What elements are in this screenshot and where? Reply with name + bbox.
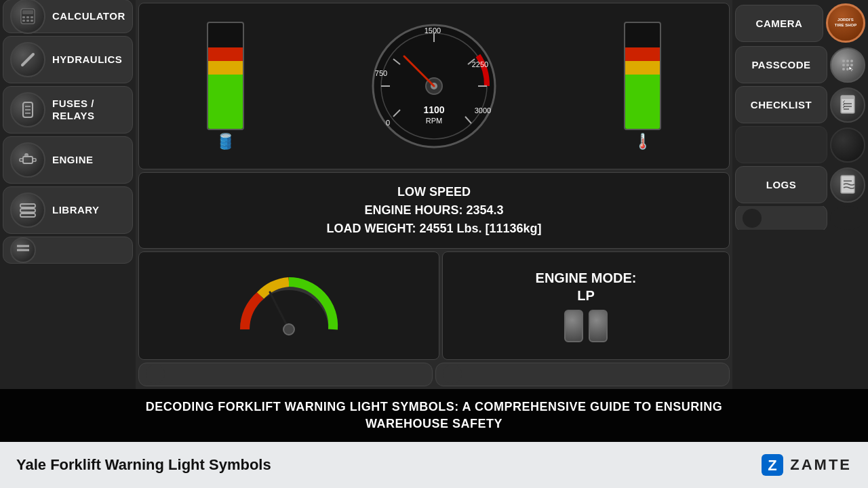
jordi-logo: JORDI'S TIRE SHOP bbox=[826, 3, 865, 43]
library-label: LIBRARY bbox=[52, 204, 100, 216]
engine-icon bbox=[10, 142, 45, 178]
right-partial-row bbox=[735, 206, 865, 230]
svg-text:2250: 2250 bbox=[472, 60, 488, 68]
partial-center-icon bbox=[146, 365, 165, 384]
camera-row: CAMERA JORDI'S TIRE SHOP bbox=[735, 3, 865, 43]
engine-mode-label: ENGINE MODE: LP bbox=[536, 269, 637, 304]
zamte-logo-icon: Z bbox=[760, 453, 785, 477]
hydraulics-label: HYDRAULICS bbox=[52, 54, 122, 66]
hydraulics-button[interactable]: HYDRAULICS bbox=[3, 36, 133, 83]
partial-right-btn[interactable] bbox=[735, 206, 827, 230]
svg-point-45 bbox=[846, 60, 849, 62]
svg-text:750: 750 bbox=[375, 69, 387, 77]
center-panel: 🛢️ 0 bbox=[136, 0, 732, 389]
svg-point-47 bbox=[842, 64, 845, 66]
logs-icon bbox=[830, 167, 865, 203]
engine-button[interactable]: ENGINE bbox=[3, 136, 133, 184]
partial-center-btn2[interactable] bbox=[435, 363, 730, 386]
main-container: CALCULATOR HYDRAULICS bbox=[0, 0, 868, 488]
svg-text:3000: 3000 bbox=[475, 106, 491, 115]
engine-hours-line: ENGINE HOURS: 2354.3 bbox=[364, 201, 503, 220]
logs-row: LOGS bbox=[735, 166, 865, 203]
partial-left-icon bbox=[10, 237, 36, 263]
fuel-gauge-svg bbox=[235, 272, 343, 340]
svg-text:0: 0 bbox=[386, 119, 390, 127]
svg-rect-2 bbox=[22, 16, 25, 18]
library-button[interactable]: LIBRARY bbox=[3, 186, 133, 234]
svg-point-46 bbox=[850, 60, 853, 62]
calculator-icon bbox=[10, 0, 45, 34]
speed-label: LOW SPEED bbox=[397, 183, 471, 201]
svg-point-51 bbox=[846, 68, 849, 70]
cursor-icon bbox=[830, 47, 865, 83]
svg-rect-4 bbox=[31, 16, 33, 18]
fuses-relays-icon bbox=[10, 92, 45, 127]
svg-rect-18 bbox=[20, 204, 35, 207]
partial-right-icon2 bbox=[830, 206, 865, 230]
svg-text:Z: Z bbox=[768, 457, 777, 474]
calculator-label: CALCULATOR bbox=[52, 10, 125, 22]
svg-point-48 bbox=[846, 64, 849, 66]
checklist-label: CHECKLIST bbox=[743, 99, 820, 110]
svg-rect-20 bbox=[20, 214, 35, 217]
logs-button[interactable]: LOGS bbox=[735, 166, 827, 203]
svg-text:1100: 1100 bbox=[423, 104, 444, 115]
center-bottom: ENGINE MODE: LP bbox=[138, 251, 730, 360]
bar-red-right bbox=[625, 47, 660, 61]
svg-rect-19 bbox=[20, 209, 35, 212]
fuses-relays-button[interactable]: FUSES / RELAYS bbox=[3, 86, 133, 134]
passcode-button[interactable]: PASSCODE bbox=[735, 46, 827, 83]
zamte-brand-text: ZAMTE bbox=[790, 456, 852, 474]
svg-point-49 bbox=[850, 64, 853, 66]
svg-rect-1 bbox=[22, 10, 33, 14]
empty-icon bbox=[830, 127, 865, 163]
fuses-relays-label: FUSES / RELAYS bbox=[52, 98, 94, 122]
svg-rect-54 bbox=[841, 96, 854, 99]
oil-icon: 🛢️ bbox=[216, 133, 235, 150]
bar-green-low bbox=[208, 75, 243, 88]
banner-line1: DECODING FORKLIFT WARNING LIGHT SYMBOLS:… bbox=[14, 399, 854, 415]
checklist-button[interactable]: CHECKLIST bbox=[735, 86, 827, 123]
svg-line-8 bbox=[22, 54, 33, 65]
calculator-button[interactable]: CALCULATOR bbox=[3, 0, 133, 33]
passcode-label: PASSCODE bbox=[743, 59, 820, 70]
gauge-panel: 🛢️ 0 bbox=[138, 3, 730, 169]
tachometer: 0 750 1500 2250 3000 bbox=[366, 18, 502, 154]
partial-left-btn[interactable] bbox=[3, 237, 133, 264]
footer: Yale Forklift Warning Light Symbols Z ZA… bbox=[0, 442, 868, 488]
engine-label: ENGINE bbox=[52, 154, 94, 166]
jordi-logo-area: JORDI'S TIRE SHOP bbox=[826, 3, 865, 43]
partial-center-icon2 bbox=[443, 365, 462, 384]
svg-rect-15 bbox=[33, 159, 36, 161]
hydraulics-icon bbox=[10, 42, 45, 77]
checklist-row: CHECKLIST ✓ ✓ ✓ bbox=[735, 86, 865, 123]
svg-rect-5 bbox=[22, 20, 25, 22]
footer-logo: Z ZAMTE bbox=[760, 453, 852, 477]
svg-point-43 bbox=[283, 324, 294, 335]
svg-rect-6 bbox=[26, 20, 29, 22]
left-level-bar bbox=[207, 22, 244, 130]
svg-point-50 bbox=[842, 68, 845, 70]
camera-button[interactable]: CAMERA bbox=[735, 5, 823, 42]
logs-label: LOGS bbox=[743, 179, 820, 190]
bar-red bbox=[208, 47, 243, 61]
svg-line-42 bbox=[270, 292, 289, 329]
svg-text:1500: 1500 bbox=[425, 26, 441, 35]
right-level-bar bbox=[624, 22, 661, 130]
bottom-partial-row bbox=[138, 363, 730, 386]
bar-yellow-right bbox=[625, 61, 660, 75]
partial-center-btn[interactable] bbox=[138, 363, 433, 386]
camera-label: CAMERA bbox=[743, 18, 816, 29]
passcode-row: PASSCODE bbox=[735, 46, 865, 83]
checklist-icon: ✓ ✓ ✓ bbox=[830, 87, 865, 123]
dashboard-content: CALCULATOR HYDRAULICS bbox=[0, 0, 868, 389]
svg-text:RPM: RPM bbox=[426, 117, 442, 125]
footer-title: Yale Forklift Warning Light Symbols bbox=[16, 456, 271, 474]
svg-rect-3 bbox=[26, 16, 29, 18]
lp-cylinders bbox=[564, 310, 608, 342]
partial-right-icon bbox=[743, 209, 762, 228]
info-panel: LOW SPEED ENGINE HOURS: 2354.3 LOAD WEIG… bbox=[138, 172, 730, 249]
svg-text:✓: ✓ bbox=[842, 105, 846, 109]
engine-mode-panel: ENGINE MODE: LP bbox=[442, 251, 730, 360]
bar-green-right bbox=[625, 75, 660, 129]
